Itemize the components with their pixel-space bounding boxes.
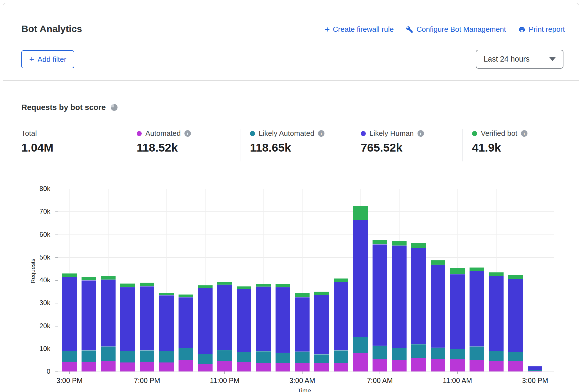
info-icon[interactable]: i [318,130,324,137]
add-filter-button[interactable]: + Add filter [21,50,74,68]
segment-likely-human [295,297,310,352]
time-range-dropdown[interactable]: Last 24 hours [476,50,563,69]
bar-9-00-pm[interactable] [179,294,193,371]
segment-verified-bot [508,275,523,279]
stat-label-row: Verified boti [472,129,527,138]
wrench-icon [406,26,413,33]
page-title: Bot Analytics [21,23,82,34]
bar-3-00-pm[interactable] [528,366,542,372]
bar-11-00-am[interactable] [450,268,465,371]
bar-12-00-pm[interactable] [470,267,484,372]
stat-total: Total1.04M [21,129,53,154]
segment-verified-bot [411,243,426,248]
segment-likely-human [120,287,135,351]
stat-divider [240,129,240,161]
configure-bot-management-label: Configure Bot Management [416,25,506,34]
bar-1-00-pm[interactable] [489,272,504,371]
bar-8-00-pm[interactable] [159,293,174,371]
segment-verified-bot [217,282,232,285]
plus-icon: + [325,25,330,34]
bar-4-00-pm[interactable] [82,277,96,371]
legend-dot-icon [250,131,255,136]
y-axis-tick [55,303,58,303]
info-icon[interactable]: i [418,130,424,137]
segment-automated [314,363,329,371]
create-firewall-rule-link[interactable]: + Create firewall rule [325,25,394,34]
x-axis-label: 3:00 PM [522,377,548,385]
segment-likely-automated [508,352,523,361]
segment-automated [353,353,368,371]
segment-likely-automated [82,350,96,361]
stat-divider [127,129,127,161]
segment-likely-human [198,288,213,354]
bar-4-00-am[interactable] [314,292,329,371]
bar-3-00-am[interactable] [295,293,310,371]
stat-value: 41.9k [472,141,527,154]
segment-automated [198,364,213,371]
bar-12-00-am[interactable] [237,286,251,371]
segment-verified-bot [295,293,310,297]
segment-likely-human [62,277,77,351]
info-icon[interactable]: i [184,130,191,137]
segment-automated [62,362,77,371]
x-axis-label: 3:00 PM [56,377,82,385]
bar-5-00-pm[interactable] [101,276,116,371]
segment-likely-human [217,285,232,350]
bar-5-00-am[interactable] [334,278,348,371]
stat-label: Total [21,129,37,138]
y-axis-tick [55,280,58,281]
configure-bot-management-link[interactable]: Configure Bot Management [406,25,506,34]
stat-label: Verified bot [481,129,517,138]
segment-verified-bot [489,272,504,276]
y-axis-tick [55,235,58,235]
printer-icon [518,26,525,33]
segment-likely-automated [450,349,465,359]
x-axis-label: 11:00 AM [443,377,472,385]
x-axis-label: 7:00 AM [367,377,393,385]
info-icon[interactable]: i [521,130,527,137]
segment-automated [140,362,154,371]
bar-8-00-am[interactable] [392,241,407,371]
bar-11-00-pm[interactable] [217,282,232,372]
y-axis-label: 60k [39,231,50,238]
plus-icon: + [29,55,34,64]
bar-6-00-am[interactable] [353,206,368,371]
section-title-row: Requests by bot score [21,103,118,112]
bar-10-00-pm[interactable] [198,285,213,371]
y-axis-label: 10k [39,345,50,353]
print-report-link[interactable]: Print report [518,25,565,34]
segment-likely-human [179,297,193,348]
bar-7-00-am[interactable] [373,240,387,371]
segment-likely-human [508,279,523,352]
segment-automated [256,363,271,371]
segment-likely-human [237,289,251,352]
y-axis-tick [55,371,58,372]
bar-3-00-pm[interactable] [62,273,77,371]
segment-automated [470,360,484,371]
chevron-down-icon [549,57,556,61]
segment-likely-automated [101,346,116,361]
segment-likely-human [392,245,407,348]
bar-9-00-am[interactable] [411,243,426,371]
y-axis-tick [55,326,58,326]
segment-likely-automated [295,352,310,363]
stat-likely-human: Likely Humani765.52k [361,129,424,154]
y-axis-tick [55,349,58,349]
bar-6-00-pm[interactable] [120,283,135,371]
bar-2-00-pm[interactable] [508,275,523,372]
segment-verified-bot [101,276,116,280]
segment-automated [411,358,426,371]
bar-2-00-am[interactable] [276,284,290,371]
segment-automated [489,361,504,371]
h-gridline [58,235,554,235]
segment-verified-bot [392,241,407,245]
bar-1-00-am[interactable] [256,284,271,371]
bar-7-00-pm[interactable] [140,283,154,371]
x-axis-tick [535,371,535,374]
segment-likely-human [334,282,348,351]
bar-10-00-am[interactable] [431,260,445,372]
segment-verified-bot [140,283,154,286]
section-title: Requests by bot score [21,103,106,112]
segment-likely-automated [431,348,445,359]
segment-likely-human [353,220,368,337]
